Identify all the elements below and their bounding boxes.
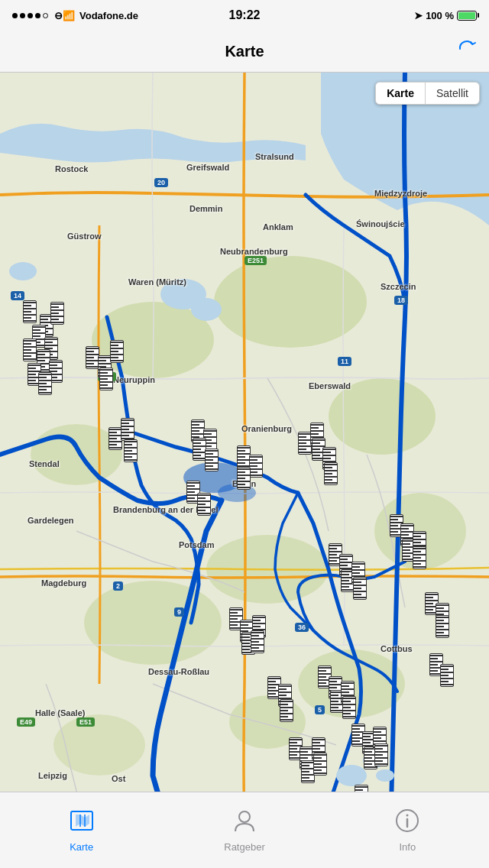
map-container[interactable]: Karte Satellit Google Kartendaten Nutzun… [0,73,489,834]
signal-dot-2 [20,13,25,18]
gauge-marker[interactable] [440,664,455,688]
city-label: Demmin [189,204,222,213]
city-label: Waren (Müritz) [128,277,186,287]
gauge-marker[interactable] [251,630,266,655]
refresh-button[interactable] [457,39,477,63]
road-badge: 5 [315,705,325,714]
gauge-marker[interactable] [353,577,368,601]
signal-dot-4 [35,13,40,18]
battery-fill [458,12,475,19]
city-label: Rostock [55,164,88,173]
gauge-marker[interactable] [205,449,220,473]
city-label: Greifswald [186,163,229,172]
city-label: Oranienburg [241,424,292,433]
city-label: Güstrow [67,232,102,241]
satellit-toggle-button[interactable]: Satellit [426,83,479,104]
location-icon: ➤ [414,10,423,21]
gauge-marker[interactable] [110,340,125,364]
gauge-marker[interactable] [374,743,390,768]
city-label: Anklam [263,222,293,232]
city-label: Magdeburg [41,578,86,588]
nav-title: Karte [225,43,264,60]
nav-bar: Karte [0,31,489,73]
city-label: Szczecin [381,282,416,291]
svg-point-18 [376,769,394,782]
tab-info[interactable]: Info [326,792,489,868]
gauge-marker[interactable] [313,753,329,777]
road-badge: E251 [244,256,267,265]
signal-dot-1 [12,13,18,18]
signal-dot-5 [43,13,48,18]
ratgeber-tab-icon [232,808,257,838]
status-bar: ⊖📶 Vodafone.de 19:22 ➤ 100 % [0,0,489,31]
road-badge: 14 [11,291,24,300]
svg-point-16 [336,765,367,786]
tab-ratgeber[interactable]: Ratgeber [163,792,325,868]
svg-point-12 [191,298,222,321]
city-label: Gardelegen [28,516,74,525]
road-badge: 36 [295,623,309,632]
city-label: Eberswald [309,381,351,390]
svg-point-15 [9,262,37,280]
road-badge: E49 [17,717,35,727]
road-badge: 20 [154,178,168,187]
city-label: Halle (Saale) [35,708,85,717]
gauge-marker[interactable] [99,368,115,392]
city-label: Dessau-Roßlau [148,667,209,676]
gauge-marker[interactable] [237,467,252,491]
city-label: Ost [112,774,125,783]
svg-point-7 [84,581,222,665]
city-label: Neubrandenburg [220,247,288,256]
road-badge: E51 [76,717,95,727]
svg-point-9 [53,714,145,776]
gauge-marker[interactable] [23,338,38,363]
svg-marker-20 [76,815,89,827]
tab-bar: Karte Ratgeber Info [0,792,489,868]
city-label: Potsdam [179,540,214,549]
signal-dot-3 [28,13,33,18]
info-tab-label: Info [399,841,416,853]
info-tab-icon [395,808,419,838]
battery-percent: 100 % [426,10,454,21]
gauge-marker[interactable] [280,699,295,724]
road-badge: 9 [174,607,184,617]
carrier-label: Vodafone.de [79,10,138,21]
gauge-marker[interactable] [413,546,428,571]
status-time: 19:22 [229,8,261,22]
wifi-icon: ⊖📶 [54,10,75,21]
road-badge: 18 [394,296,408,305]
gauge-marker[interactable] [436,615,451,640]
status-left: ⊖📶 Vodafone.de [12,10,138,21]
battery-container [457,11,477,21]
city-label: Leipzig [38,771,67,780]
city-label: Międzyzdroje [374,189,427,198]
gauge-marker[interactable] [342,696,358,721]
gauge-marker[interactable] [50,302,66,326]
ratgeber-tab-label: Ratgeber [224,841,264,853]
status-right: ➤ 100 % [414,10,477,21]
road-badge: 11 [338,357,351,366]
karte-toggle-button[interactable]: Karte [376,83,425,104]
gauge-marker[interactable] [324,462,339,487]
gauge-marker[interactable] [124,439,139,464]
svg-point-26 [406,814,409,816]
svg-point-23 [239,811,250,822]
gauge-marker[interactable] [23,300,38,325]
battery-icon [457,11,477,21]
tab-karte[interactable]: Karte [0,792,163,868]
city-label: Stralsund [255,152,294,161]
city-label: Neuruppin [113,375,155,384]
road-badge: 2 [113,581,123,591]
city-label: Cottbus [381,644,413,653]
city-label: Świnoujście [356,219,405,228]
city-label: Stendal [29,459,60,468]
karte-tab-icon [70,808,94,838]
signal-dots [12,13,48,18]
karte-tab-label: Karte [70,841,93,853]
gauge-marker[interactable] [38,372,53,397]
map-toggle[interactable]: Karte Satellit [375,82,480,105]
gauge-marker[interactable] [197,493,212,517]
